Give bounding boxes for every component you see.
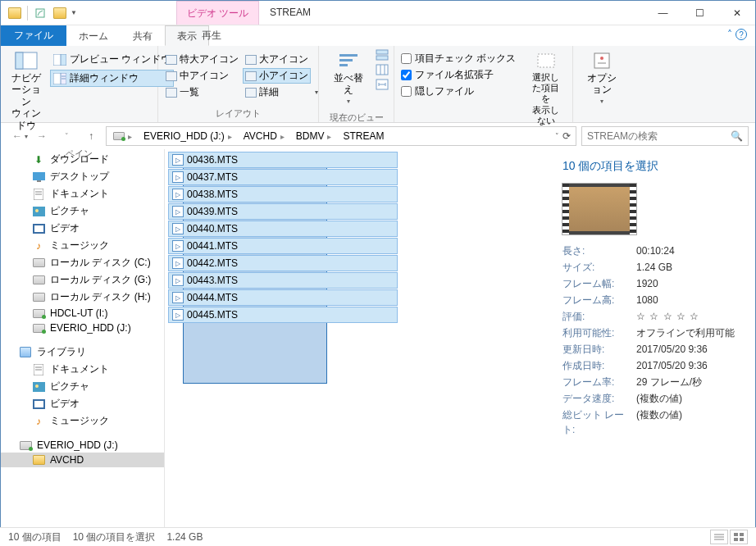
tree-drive-root[interactable]: EVERIO_HDD (J:): [1, 438, 164, 453]
file-item[interactable]: ▷00440.MTS: [168, 221, 398, 237]
tree-item[interactable]: ビデオ: [1, 220, 164, 237]
file-item[interactable]: ▷00439.MTS: [168, 203, 398, 220]
forward-button[interactable]: →: [32, 126, 52, 146]
details-view-button[interactable]: [710, 530, 728, 544]
breadcrumb-seg-2[interactable]: BDMV▸: [289, 127, 337, 145]
tree-item[interactable]: デスクトップ: [1, 168, 164, 185]
address-bar[interactable]: ▸ EVERIO_HDD (J:)▸ AVCHD▸ BDMV▸ STREAM ˅…: [106, 126, 576, 146]
tree-library-item[interactable]: ビデオ: [1, 395, 164, 412]
file-item[interactable]: ▷00438.MTS: [168, 186, 398, 202]
video-file-icon: ▷: [172, 257, 184, 269]
options-button[interactable]: オプション▾: [578, 49, 626, 107]
tree-libraries[interactable]: ライブラリ: [1, 344, 164, 361]
tree-library-item[interactable]: ♪ミュージック: [1, 412, 164, 430]
recent-locations-button[interactable]: ˅: [57, 126, 76, 146]
tree-library-item[interactable]: ピクチャ: [1, 378, 164, 395]
breadcrumb-seg-3[interactable]: STREAM: [336, 127, 387, 145]
tab-play[interactable]: 再生: [185, 25, 238, 46]
search-box[interactable]: 🔍: [581, 126, 749, 146]
details-pane-button[interactable]: 詳細ウィンドウ: [50, 70, 174, 87]
maximize-button[interactable]: ☐: [681, 1, 718, 25]
tree-drive-child[interactable]: AVCHD: [1, 453, 164, 467]
qat-customize-icon[interactable]: ▼: [71, 9, 77, 16]
svg-point-28: [35, 209, 39, 212]
tree-item[interactable]: ドキュメント: [1, 185, 164, 202]
layout-medium-icons[interactable]: 中アイコン: [163, 68, 241, 84]
add-columns-icon[interactable]: [376, 64, 389, 75]
tree-item[interactable]: ローカル ディスク (H:): [1, 289, 164, 306]
app-icon[interactable]: [6, 4, 24, 22]
file-item[interactable]: ▷00445.MTS: [168, 307, 398, 323]
tree-item[interactable]: ローカル ディスク (G:): [1, 271, 164, 289]
status-selection-count: 10 個の項目を選択: [73, 530, 156, 544]
svg-rect-19: [594, 53, 609, 68]
tree-item[interactable]: HDCL-UT (I:): [1, 306, 164, 321]
file-item[interactable]: ▷00436.MTS: [168, 152, 398, 168]
video-file-icon: ▷: [172, 292, 184, 303]
tree-item[interactable]: ローカル ディスク (C:): [1, 254, 164, 271]
preview-pane-button[interactable]: プレビュー ウィンドウ: [50, 51, 174, 68]
svg-rect-14: [376, 65, 388, 75]
columns-fit-icon[interactable]: [376, 79, 389, 90]
layout-large-icons[interactable]: 大アイコン: [243, 52, 311, 67]
file-item[interactable]: ▷00443.MTS: [168, 272, 398, 289]
status-item-count: 10 個の項目: [8, 530, 61, 544]
svg-rect-13: [376, 56, 388, 60]
svg-rect-18: [538, 54, 554, 67]
window-title: STREAM: [270, 7, 311, 18]
titlebar: ▼ ビデオ ツール STREAM — ☐ ✕: [1, 1, 755, 25]
ribbon-help[interactable]: ˄ ?: [727, 29, 747, 40]
back-button[interactable]: ←: [7, 126, 27, 146]
file-item[interactable]: ▷00444.MTS: [168, 289, 398, 306]
svg-rect-37: [34, 401, 43, 407]
hidden-items-toggle[interactable]: 隠しファイル: [399, 84, 517, 99]
tab-share[interactable]: 共有: [121, 25, 165, 46]
hide-selected-button[interactable]: 選択した項目を 表示しない: [524, 49, 567, 128]
layout-details[interactable]: 詳細: [243, 84, 311, 100]
qat-properties-icon[interactable]: [31, 4, 49, 22]
navigation-tree[interactable]: ⬇ダウンロードデスクトップドキュメントピクチャビデオ♪ミュージックローカル ディ…: [1, 149, 165, 528]
svg-rect-4: [61, 54, 66, 66]
search-icon[interactable]: 🔍: [731, 130, 743, 142]
file-list-pane[interactable]: ▷00436.MTS▷00437.MTS▷00438.MTS▷00439.MTS…: [165, 149, 554, 528]
svg-rect-22: [33, 172, 45, 180]
thumbnails-view-button[interactable]: [730, 530, 748, 544]
breadcrumb-seg-0[interactable]: EVERIO_HDD (J:)▸: [137, 127, 237, 145]
main-area: ⬇ダウンロードデスクトップドキュメントピクチャビデオ♪ミュージックローカル ディ…: [1, 149, 755, 528]
contextual-tab-video: ビデオ ツール: [176, 1, 259, 25]
details-pane: 10 個の項目を選択 長さ:00:10:24 サイズ:1.24 GB フレーム幅…: [554, 149, 755, 528]
tab-file[interactable]: ファイル: [1, 25, 66, 46]
tree-item[interactable]: ⬇ダウンロード: [1, 151, 164, 168]
preview-thumbnail: [562, 184, 636, 234]
file-item[interactable]: ▷00442.MTS: [168, 255, 398, 271]
file-item[interactable]: ▷00441.MTS: [168, 238, 398, 254]
close-button[interactable]: ✕: [718, 1, 755, 25]
up-button[interactable]: ↑: [81, 126, 101, 146]
tree-item[interactable]: ♪ミュージック: [1, 237, 164, 254]
layout-list[interactable]: 一覧: [163, 84, 241, 100]
tree-item[interactable]: EVERIO_HDD (J:): [1, 321, 164, 335]
tree-item[interactable]: ピクチャ: [1, 202, 164, 220]
minimize-button[interactable]: —: [644, 1, 681, 25]
filename-extensions-toggle[interactable]: ファイル名拡張子: [399, 67, 517, 83]
tree-library-item[interactable]: ドキュメント: [1, 361, 164, 378]
svg-rect-41: [734, 533, 738, 536]
video-file-icon: ▷: [172, 206, 184, 217]
tab-home[interactable]: ホーム: [66, 25, 121, 46]
breadcrumb-root-icon[interactable]: ▸: [107, 127, 137, 145]
group-by-icon[interactable]: [376, 49, 389, 61]
ribbon: ナビゲーション ウィンドウ ▾ プレビュー ウィンドウ 詳細ウィンドウ ペイン …: [1, 46, 755, 123]
layout-extra-large-icons[interactable]: 特大アイコン: [163, 52, 241, 67]
svg-rect-10: [339, 59, 353, 61]
refresh-button[interactable]: ⟳: [562, 130, 571, 142]
file-item[interactable]: ▷00437.MTS: [168, 169, 398, 185]
layout-small-icons[interactable]: 小アイコン: [243, 68, 311, 84]
item-checkboxes-toggle[interactable]: 項目チェック ボックス: [399, 51, 517, 66]
search-input[interactable]: [587, 130, 726, 142]
history-dropdown-icon[interactable]: ˅: [555, 132, 559, 140]
sort-by-button[interactable]: 並べ替え▾: [324, 49, 372, 107]
status-bar: 10 個の項目 10 個の項目を選択 1.24 GB: [0, 527, 756, 546]
breadcrumb-seg-1[interactable]: AVCHD▸: [237, 127, 289, 145]
qat-newfolder-icon[interactable]: [51, 4, 69, 22]
rating-stars[interactable]: ☆ ☆ ☆ ☆ ☆: [636, 309, 699, 324]
